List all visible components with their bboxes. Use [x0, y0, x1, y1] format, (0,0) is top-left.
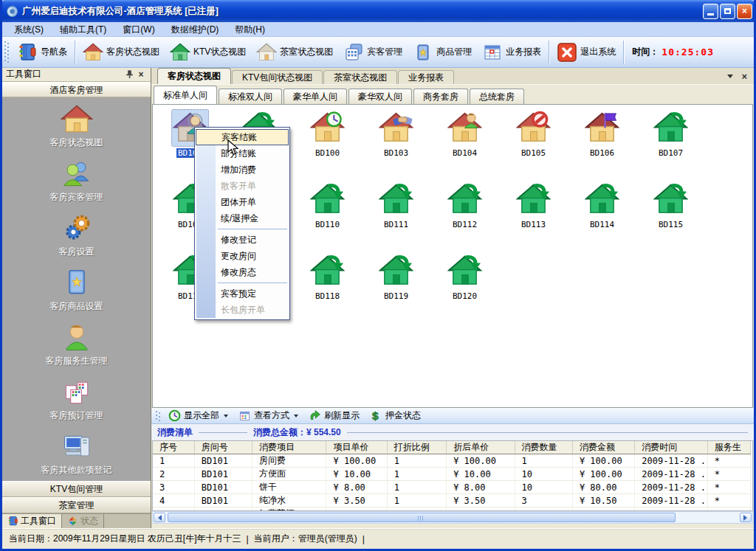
context-menu-item-6[interactable]: 修改登记: [196, 232, 289, 248]
maximize-button[interactable]: [720, 4, 735, 19]
sidebar-item-guest-mgmt[interactable]: 客房宾客管理: [2, 153, 151, 208]
sidebar-item-booking-mgmt[interactable]: 客房预订管理: [2, 372, 151, 426]
room-BD120[interactable]: BD120: [430, 252, 499, 324]
room-BD118[interactable]: BD118: [293, 252, 362, 324]
menubar-item-0[interactable]: 系统(S): [6, 22, 52, 37]
room-actions-toolbar: 显示全部查看方式刷新显示$押金状态: [151, 408, 754, 424]
column-header[interactable]: 打折比例: [387, 441, 446, 454]
room-BD114[interactable]: BD114: [568, 181, 636, 252]
room-type-tab-0[interactable]: 标准单人间: [154, 86, 217, 104]
table-row[interactable]: 3BD101饼干¥ 8.001¥ 8.0010¥ 80.002009-11-28…: [153, 481, 751, 494]
column-header[interactable]: 房间号: [194, 441, 252, 454]
room-type-tab-4[interactable]: 商务套房: [413, 89, 468, 104]
sidebar-item-waiter-mgmt[interactable]: 客房服务生管理: [2, 317, 151, 372]
room-type-tab-2[interactable]: 豪华单人间: [284, 89, 347, 104]
action-button-clock-green[interactable]: 显示全部: [163, 409, 233, 423]
toolbar-button-label: 导航条: [41, 46, 67, 58]
table-cell: *: [707, 454, 750, 468]
column-header[interactable]: 消费时间: [635, 441, 707, 454]
toolbar-button-navigator[interactable]: 导航条: [12, 39, 72, 66]
room-BD113[interactable]: BD113: [499, 181, 568, 252]
report-sheet-icon: [482, 42, 503, 63]
room-BD119[interactable]: BD119: [362, 252, 430, 324]
room-BD110[interactable]: BD110: [293, 181, 362, 252]
tab-close-icon[interactable]: ×: [741, 72, 747, 81]
action-button-dollar-green[interactable]: $押金状态: [365, 409, 426, 423]
menubar-item-1[interactable]: 辅助工具(T): [52, 22, 114, 37]
context-menu-item-8[interactable]: 修改房态: [196, 264, 289, 280]
toolbar-button-exit-x[interactable]: 退出系统: [551, 39, 621, 66]
doc-tab-2[interactable]: 茶室状态视图: [323, 70, 397, 84]
sidebar-group-bar-1[interactable]: 茶室管理: [2, 497, 151, 513]
room-BD115[interactable]: BD115: [636, 181, 705, 252]
scroll-left-arrow[interactable]: [154, 513, 165, 522]
sidebar-item-other-payments[interactable]: 客房其他款项登记: [2, 426, 151, 481]
context-menu-item-0[interactable]: 宾客结账: [196, 129, 289, 145]
tab-list-dropdown-icon[interactable]: [727, 74, 733, 81]
sidebar-group-title[interactable]: 酒店客房管理: [2, 82, 151, 97]
column-header[interactable]: 消费项目: [252, 441, 326, 454]
table-row[interactable]: 4BD101纯净水¥ 3.501¥ 3.503¥ 10.502009-11-28…: [153, 494, 751, 507]
menubar-item-2[interactable]: 窗口(W): [114, 22, 162, 37]
room-type-tab-1[interactable]: 标准双人间: [219, 89, 282, 104]
menubar-item-3[interactable]: 数据维护(D): [163, 22, 227, 37]
sidebar-tab-label: 状态: [80, 515, 98, 527]
context-menu-item-5[interactable]: 续/退押金: [196, 210, 289, 226]
toolbar-button-report-sheet[interactable]: 业务报表: [477, 39, 546, 66]
sidebar-group-bar-0[interactable]: KTV包间管理: [2, 481, 151, 497]
sidebar-tab-0[interactable]: 工具窗口: [2, 514, 62, 528]
menubar-item-4[interactable]: 帮助(H): [227, 22, 273, 37]
horizontal-scrollbar[interactable]: [152, 511, 753, 524]
room-BD112[interactable]: BD112: [430, 181, 499, 252]
sidebar-item-room-goods[interactable]: 客房商品设置: [2, 263, 151, 317]
close-button[interactable]: ×: [737, 4, 752, 19]
sidebar-item-label: 客房服务生管理: [46, 355, 108, 367]
room-BD103[interactable]: BD103: [362, 109, 430, 181]
context-menu-item-7[interactable]: 更改房间: [196, 248, 289, 264]
toolbar-button-house-red[interactable]: 客房状态视图: [78, 39, 165, 66]
column-header[interactable]: 消费金额: [572, 441, 634, 454]
close-icon[interactable]: ×: [135, 69, 147, 80]
toolbar-button-guest-cards[interactable]: 宾客管理: [338, 39, 408, 66]
column-header[interactable]: 折后单价: [447, 441, 515, 454]
action-button-refresh-green[interactable]: 刷新显示: [303, 409, 365, 423]
context-menu-item-1[interactable]: 部分结账: [196, 145, 289, 162]
column-header[interactable]: 序号: [153, 441, 194, 454]
room-type-tab-3[interactable]: 豪华双人间: [348, 89, 412, 104]
column-header[interactable]: 项目单价: [326, 441, 387, 454]
table-row[interactable]: 2BD101方便面¥ 10.001¥ 10.0010¥ 100.002009-1…: [153, 468, 751, 481]
context-menu-item-9[interactable]: 宾客预定: [196, 285, 289, 302]
room-type-tab-5[interactable]: 总统套房: [470, 89, 524, 104]
column-header[interactable]: 消费数量: [515, 441, 572, 454]
toolbar-grip[interactable]: [156, 411, 160, 421]
room-BD105[interactable]: BD105: [499, 109, 568, 181]
action-button-view-grid[interactable]: 查看方式: [233, 409, 303, 423]
room-BD107[interactable]: BD107: [636, 109, 705, 181]
doc-tab-1[interactable]: KTV包间状态视图: [232, 70, 323, 84]
scroll-right-arrow[interactable]: [740, 513, 752, 522]
context-menu-item-2[interactable]: 增加消费: [196, 162, 289, 178]
total-label: 消费总金额：: [253, 426, 306, 439]
table-row[interactable]: 1BD101房间费¥ 100.001¥ 100.001¥ 100.002009-…: [153, 454, 751, 468]
minimize-button[interactable]: [703, 4, 718, 19]
context-menu-item-4[interactable]: 团体开单: [196, 194, 289, 210]
sidebar-tab-1[interactable]: 状态: [62, 514, 104, 528]
room-BD111[interactable]: BD111: [362, 181, 430, 252]
toolbar-button-house-green[interactable]: KTV状态视图: [165, 39, 251, 66]
scrollbar-track[interactable]: [165, 512, 740, 523]
pin-icon[interactable]: [123, 69, 135, 80]
table-cell: ¥ 8.00: [326, 481, 387, 494]
doc-tab-3[interactable]: 业务报表: [398, 70, 454, 84]
room-BD100[interactable]: BD100: [293, 109, 362, 181]
sidebar-item-room-settings[interactable]: 客房设置: [2, 208, 151, 263]
table-cell: ¥ 100.00: [326, 454, 387, 468]
room-BD104[interactable]: BD104: [430, 109, 499, 181]
toolbar-button-house-white[interactable]: 茶室状态视图: [251, 39, 338, 66]
doc-tab-0[interactable]: 客房状态视图: [157, 68, 231, 84]
scrollbar-thumb[interactable]: [168, 513, 676, 522]
column-header[interactable]: 服务生: [707, 441, 750, 454]
sidebar-item-room-status[interactable]: 客房状态视图: [2, 99, 151, 153]
toolbar-grip[interactable]: [4, 41, 9, 63]
toolbar-button-goods-box[interactable]: 商品管理: [408, 39, 477, 66]
room-BD106[interactable]: BD106: [568, 109, 636, 181]
